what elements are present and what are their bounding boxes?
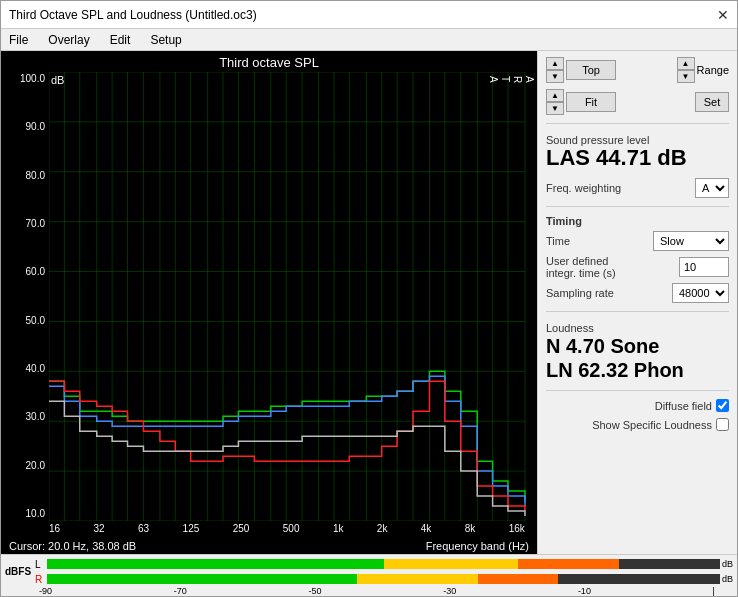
title-bar: Third Octave SPL and Loudness (Untitled.… — [1, 1, 737, 29]
y-tick-40: 40.0 — [1, 364, 49, 374]
plot-area: ARTA — [49, 72, 537, 521]
top-up-button[interactable]: ▲ — [546, 57, 564, 70]
y-tick-60: 60.0 — [1, 267, 49, 277]
x-tick-16: 16 — [49, 523, 60, 534]
x-tick-2k: 2k — [377, 523, 388, 534]
divider-3 — [546, 311, 729, 312]
arta-label: ARTA — [487, 76, 535, 83]
scale-70: -70 — [174, 586, 187, 596]
r-db-unit: dB — [722, 574, 733, 584]
freq-weighting-select[interactable]: A B C D Z — [695, 178, 729, 198]
diffuse-field-checkbox[interactable] — [716, 399, 729, 412]
main-window: Third Octave SPL and Loudness (Untitled.… — [0, 0, 738, 597]
right-panel: ▲ ▼ Top ▲ ▼ Range ▲ ▼ — [537, 51, 737, 554]
time-label: Time — [546, 235, 570, 247]
menu-setup[interactable]: Setup — [146, 32, 185, 48]
timing-section: Timing Time Slow Fast Impulse S-Impulse … — [546, 215, 729, 303]
scale-r80: | — [713, 586, 715, 596]
menu-file[interactable]: File — [5, 32, 32, 48]
x-tick-125: 125 — [183, 523, 200, 534]
r-label: R — [35, 574, 45, 585]
freq-weighting-label: Freq. weighting — [546, 182, 621, 194]
top-nav-group: ▲ ▼ — [546, 57, 564, 83]
close-button[interactable]: ✕ — [717, 7, 729, 23]
menu-overlay[interactable]: Overlay — [44, 32, 93, 48]
show-specific-checkbox[interactable] — [716, 418, 729, 431]
sampling-rate-select[interactable]: 44100 48000 96000 — [672, 283, 729, 303]
show-specific-label: Show Specific Loudness — [592, 419, 712, 431]
range-label: Range — [697, 64, 729, 76]
range-nav-group: ▲ ▼ — [677, 57, 695, 83]
x-tick-8k: 8k — [465, 523, 476, 534]
x-axis: 16 32 63 125 250 500 1k 2k 4k 8k 16k — [1, 521, 537, 538]
sampling-rate-label: Sampling rate — [546, 287, 614, 299]
freq-weighting-row: Freq. weighting A B C D Z — [546, 178, 729, 198]
window-title: Third Octave SPL and Loudness (Untitled.… — [9, 8, 257, 22]
time-row: Time Slow Fast Impulse S-Impulse — [546, 231, 729, 251]
loudness-phon: LN 62.32 Phon — [546, 358, 729, 382]
y-tick-80: 80.0 — [1, 171, 49, 181]
loudness-sone: N 4.70 Sone — [546, 334, 729, 358]
spl-section: Sound pressure level LAS 44.71 dB — [546, 132, 729, 170]
l-db-unit: dB — [722, 559, 733, 569]
timing-label: Timing — [546, 215, 729, 227]
y-tick-10: 10.0 — [1, 509, 49, 519]
x-tick-63: 63 — [138, 523, 149, 534]
diffuse-field-row: Diffuse field — [546, 399, 729, 412]
y-tick-70: 70.0 — [1, 219, 49, 229]
bottom-bar: dBFS L dB R — [1, 554, 737, 596]
show-specific-row: Show Specific Loudness — [546, 418, 729, 431]
range-up-button[interactable]: ▲ — [677, 57, 695, 70]
x-tick-4k: 4k — [421, 523, 432, 534]
y-tick-30: 30.0 — [1, 412, 49, 422]
scale-10: -10 — [578, 586, 591, 596]
scale-50: -50 — [308, 586, 321, 596]
r-meter — [47, 574, 720, 584]
spl-canvas — [49, 72, 537, 521]
user-integr-input[interactable] — [679, 257, 729, 277]
x-tick-1k: 1k — [333, 523, 344, 534]
top-down-button[interactable]: ▼ — [546, 70, 564, 83]
loudness-section-label: Loudness — [546, 322, 729, 334]
divider-1 — [546, 123, 729, 124]
main-area: Third octave SPL 100.0 90.0 80.0 70.0 60… — [1, 51, 737, 554]
diffuse-field-label: Diffuse field — [655, 400, 712, 412]
fit-down-button[interactable]: ▼ — [546, 102, 564, 115]
fit-button[interactable]: Fit — [566, 92, 616, 112]
menu-bar: File Overlay Edit Setup — [1, 29, 737, 51]
cursor-info: Cursor: 20.0 Hz, 38.08 dB — [9, 540, 136, 552]
user-integr-label: User definedintegr. time (s) — [546, 255, 616, 279]
y-tick-20: 20.0 — [1, 461, 49, 471]
y-axis: 100.0 90.0 80.0 70.0 60.0 50.0 40.0 30.0… — [1, 72, 49, 521]
menu-edit[interactable]: Edit — [106, 32, 135, 48]
y-tick-50: 50.0 — [1, 316, 49, 326]
chart-title: Third octave SPL — [1, 51, 537, 72]
scale-90: -90 — [39, 586, 52, 596]
chart-area: Third octave SPL 100.0 90.0 80.0 70.0 60… — [1, 51, 537, 554]
set-button[interactable]: Set — [695, 92, 729, 112]
l-label: L — [35, 559, 45, 570]
user-integr-row: User definedintegr. time (s) — [546, 255, 729, 279]
sampling-rate-row: Sampling rate 44100 48000 96000 — [546, 283, 729, 303]
x-tick-250: 250 — [233, 523, 250, 534]
fit-up-button[interactable]: ▲ — [546, 89, 564, 102]
spl-value: LAS 44.71 dB — [546, 146, 729, 170]
scale-30: -30 — [443, 586, 456, 596]
fit-nav-group: ▲ ▼ — [546, 89, 564, 115]
divider-4 — [546, 390, 729, 391]
time-select[interactable]: Slow Fast Impulse S-Impulse — [653, 231, 729, 251]
dbfs-label: dBFS — [5, 566, 31, 577]
x-tick-32: 32 — [94, 523, 105, 534]
y-tick-100: 100.0 — [1, 74, 49, 84]
range-down-button[interactable]: ▼ — [677, 70, 695, 83]
loudness-section: Loudness N 4.70 Sone LN 62.32 Phon — [546, 320, 729, 382]
x-tick-16k: 16k — [509, 523, 525, 534]
l-meter — [47, 559, 720, 569]
db-scale-row: -90 -70 -50 -30 -10 | — [35, 586, 737, 596]
y-tick-90: 90.0 — [1, 122, 49, 132]
freq-label: Frequency band (Hz) — [426, 540, 529, 552]
x-tick-500: 500 — [283, 523, 300, 534]
chart-info-bar: Cursor: 20.0 Hz, 38.08 dB Frequency band… — [1, 538, 537, 554]
divider-2 — [546, 206, 729, 207]
top-button[interactable]: Top — [566, 60, 616, 80]
